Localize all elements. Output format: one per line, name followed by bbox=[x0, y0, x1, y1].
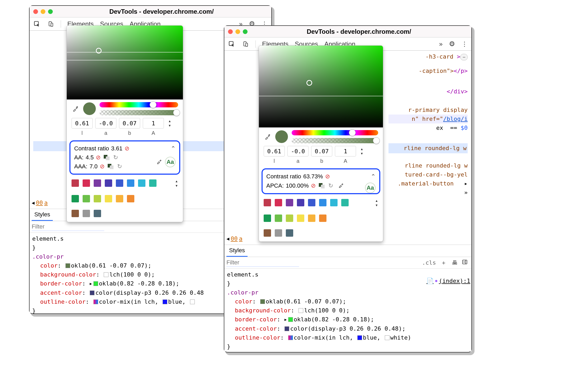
b-input[interactable] bbox=[119, 118, 140, 128]
l-input[interactable] bbox=[264, 146, 285, 156]
swap-swatch-icon[interactable] bbox=[319, 183, 325, 188]
palette-swatch[interactable] bbox=[149, 179, 157, 187]
plus-icon[interactable]: ＋ bbox=[441, 259, 447, 267]
more-tabs-icon[interactable]: » bbox=[439, 40, 443, 48]
apca-value: 100.00% bbox=[286, 182, 309, 189]
palette-swatch[interactable] bbox=[264, 215, 271, 222]
gear-icon[interactable]: ⚙ bbox=[449, 40, 455, 48]
breadcrumb-num[interactable]: 00 bbox=[231, 235, 238, 242]
color-spectrum[interactable] bbox=[259, 46, 383, 127]
palette-swatch[interactable] bbox=[319, 199, 326, 206]
alpha-input[interactable] bbox=[335, 146, 356, 156]
ellipsis-badge[interactable]: ⋯ bbox=[460, 54, 468, 60]
inspect-icon[interactable] bbox=[33, 20, 41, 28]
palette-swatch[interactable] bbox=[83, 195, 90, 202]
alpha-input[interactable] bbox=[143, 118, 164, 128]
eyedropper-small-icon[interactable] bbox=[157, 158, 162, 166]
breadcrumb-num[interactable]: 00 bbox=[36, 199, 43, 206]
palette-swatch[interactable] bbox=[105, 195, 112, 202]
palette-swatch[interactable] bbox=[297, 199, 304, 206]
a-input[interactable] bbox=[287, 146, 309, 156]
swap-swatch-icon[interactable] bbox=[104, 155, 110, 160]
prev-icon[interactable]: ◂ bbox=[226, 235, 229, 242]
palette-swatch[interactable] bbox=[94, 210, 101, 217]
palette-swatch[interactable] bbox=[275, 215, 282, 222]
palette-swatch[interactable] bbox=[286, 229, 293, 237]
palette-swatch[interactable] bbox=[264, 229, 271, 237]
tab-styles[interactable]: Styles bbox=[32, 209, 53, 221]
palette-swatch[interactable] bbox=[275, 229, 282, 237]
filter-input[interactable] bbox=[32, 223, 104, 231]
printer-icon[interactable]: 🖶 bbox=[452, 259, 458, 266]
palette-swatch[interactable] bbox=[127, 195, 134, 202]
minimize-dot[interactable] bbox=[235, 29, 240, 34]
eyedropper-icon[interactable] bbox=[264, 134, 272, 140]
collapse-icon[interactable]: ⌃ bbox=[171, 145, 176, 152]
palette-swatch[interactable] bbox=[330, 199, 338, 206]
palette-swatch[interactable] bbox=[264, 199, 271, 206]
close-dot[interactable] bbox=[33, 9, 38, 14]
a-input[interactable] bbox=[95, 118, 116, 128]
kebab-icon[interactable]: ⋮ bbox=[461, 40, 468, 48]
tab-styles[interactable]: Styles bbox=[226, 245, 248, 257]
palette-swatch[interactable] bbox=[286, 199, 293, 206]
stepper-icons[interactable]: ▲▼ bbox=[360, 147, 363, 155]
palette-swatch[interactable] bbox=[94, 195, 101, 202]
zoom-dot[interactable] bbox=[48, 9, 53, 14]
alpha-slider[interactable] bbox=[99, 110, 178, 115]
palette-set-stepper[interactable]: ▲▼ bbox=[175, 179, 178, 188]
palette-swatch[interactable] bbox=[83, 179, 90, 187]
palette-swatch[interactable] bbox=[275, 199, 282, 206]
href-link[interactable]: /blog/i bbox=[443, 116, 468, 122]
palette-swatch[interactable] bbox=[341, 199, 349, 206]
eyedropper-small-icon[interactable] bbox=[338, 182, 344, 189]
source-link[interactable]: 📄(index):1 bbox=[426, 277, 470, 285]
palette-set-stepper[interactable]: ▲▼ bbox=[375, 199, 378, 207]
palette-swatch[interactable] bbox=[105, 179, 112, 187]
b-input[interactable] bbox=[311, 146, 332, 156]
breadcrumb-a[interactable]: a bbox=[44, 199, 48, 206]
device-icon[interactable] bbox=[47, 20, 54, 28]
eyedropper-icon[interactable] bbox=[72, 106, 79, 112]
palette-swatch[interactable] bbox=[72, 179, 79, 187]
palette-swatch[interactable] bbox=[72, 210, 79, 217]
alpha-slider[interactable] bbox=[292, 138, 378, 143]
reload-icon[interactable]: ↻ bbox=[113, 154, 118, 161]
palette-swatch[interactable] bbox=[286, 215, 293, 222]
palette-swatch[interactable] bbox=[319, 215, 326, 222]
hue-slider[interactable] bbox=[292, 130, 378, 135]
palette-swatch[interactable] bbox=[116, 195, 123, 202]
inspect-icon[interactable] bbox=[228, 40, 235, 48]
palette-swatch[interactable] bbox=[83, 210, 90, 217]
palette-swatch[interactable] bbox=[116, 179, 123, 187]
palette-swatch[interactable] bbox=[308, 215, 315, 222]
hue-slider[interactable] bbox=[99, 102, 178, 107]
aa-preview-badge: Aa bbox=[165, 157, 176, 167]
palette-swatch[interactable] bbox=[127, 179, 134, 187]
aa-value: 4.5 bbox=[86, 154, 94, 161]
reload-icon[interactable]: ↻ bbox=[117, 163, 122, 170]
stepper-icons[interactable]: ▲▼ bbox=[168, 119, 171, 127]
zoom-dot[interactable] bbox=[243, 29, 248, 34]
l-input[interactable] bbox=[72, 118, 93, 128]
palette-swatch[interactable] bbox=[72, 195, 79, 202]
close-dot[interactable] bbox=[228, 29, 233, 34]
sidebar-toggle-icon[interactable] bbox=[462, 259, 468, 266]
more-chevron-icon[interactable]: » bbox=[388, 188, 468, 191]
breadcrumb-a[interactable]: a bbox=[239, 235, 243, 242]
prev-icon[interactable]: ◂ bbox=[32, 199, 35, 206]
svg-point-3 bbox=[77, 107, 78, 108]
palette-swatch[interactable] bbox=[308, 199, 315, 206]
filter-input[interactable] bbox=[226, 259, 299, 267]
palette-swatch[interactable] bbox=[94, 179, 101, 187]
fail-icon: ⊘ bbox=[125, 145, 129, 152]
palette-swatch[interactable] bbox=[138, 179, 145, 187]
device-icon[interactable] bbox=[242, 40, 249, 48]
palette-swatch[interactable] bbox=[297, 215, 304, 222]
swap-swatch-icon[interactable] bbox=[108, 164, 114, 169]
color-spectrum[interactable] bbox=[67, 26, 183, 99]
reload-icon[interactable]: ↻ bbox=[328, 182, 333, 189]
cls-toggle[interactable]: .cls bbox=[422, 259, 436, 266]
collapse-icon[interactable]: ⌃ bbox=[371, 173, 376, 180]
minimize-dot[interactable] bbox=[41, 9, 45, 14]
